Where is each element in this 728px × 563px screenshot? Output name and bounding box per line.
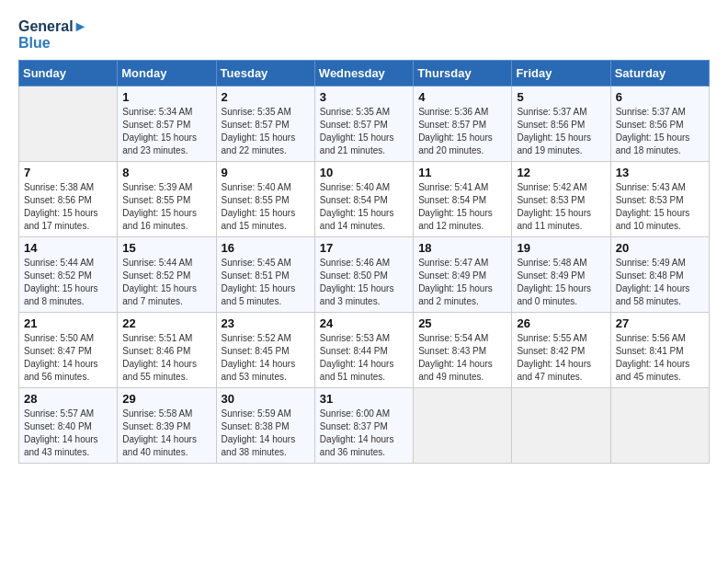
day-number: 9 — [222, 166, 310, 179]
calendar-cell: 20Sunrise: 5:49 AMSunset: 8:48 PMDayligh… — [610, 237, 709, 313]
calendar-cell: 5Sunrise: 5:37 AMSunset: 8:56 PMDaylight… — [512, 86, 610, 162]
day-info: Sunrise: 5:44 AMSunset: 8:52 PMDaylight:… — [122, 257, 210, 308]
day-info: Sunrise: 5:43 AMSunset: 8:53 PMDaylight:… — [616, 181, 704, 233]
day-number: 7 — [24, 166, 112, 179]
day-number: 14 — [24, 241, 112, 255]
calendar-cell: 27Sunrise: 5:56 AMSunset: 8:41 PMDayligh… — [610, 313, 709, 388]
calendar-week-row: 7Sunrise: 5:38 AMSunset: 8:56 PMDaylight… — [19, 162, 710, 237]
day-number: 29 — [122, 392, 210, 406]
day-info: Sunrise: 5:35 AMSunset: 8:57 PMDaylight:… — [222, 106, 310, 157]
weekday-header: Thursday — [414, 61, 512, 86]
day-info: Sunrise: 5:47 AMSunset: 8:49 PMDaylight:… — [418, 257, 506, 308]
day-number: 31 — [320, 392, 408, 406]
calendar-cell: 30Sunrise: 5:59 AMSunset: 8:38 PMDayligh… — [216, 388, 314, 464]
day-number: 10 — [320, 166, 408, 179]
calendar-cell — [610, 388, 709, 464]
day-info: Sunrise: 5:59 AMSunset: 8:38 PMDaylight:… — [222, 408, 310, 459]
day-number: 18 — [418, 241, 506, 255]
logo: General► Blue — [18, 18, 87, 51]
day-info: Sunrise: 5:50 AMSunset: 8:47 PMDaylight:… — [24, 332, 112, 384]
day-number: 28 — [24, 392, 112, 406]
day-number: 19 — [517, 241, 605, 255]
day-number: 20 — [616, 241, 704, 255]
calendar-cell — [414, 388, 512, 464]
calendar-cell: 16Sunrise: 5:45 AMSunset: 8:51 PMDayligh… — [216, 237, 314, 313]
day-info: Sunrise: 5:52 AMSunset: 8:45 PMDaylight:… — [222, 332, 310, 384]
calendar-cell: 11Sunrise: 5:41 AMSunset: 8:54 PMDayligh… — [414, 162, 512, 237]
day-info: Sunrise: 5:48 AMSunset: 8:49 PMDaylight:… — [517, 257, 605, 308]
weekday-header: Friday — [512, 61, 610, 86]
calendar-week-row: 1Sunrise: 5:34 AMSunset: 8:57 PMDaylight… — [19, 86, 710, 162]
calendar-cell: 25Sunrise: 5:54 AMSunset: 8:43 PMDayligh… — [414, 313, 512, 388]
day-info: Sunrise: 5:53 AMSunset: 8:44 PMDaylight:… — [320, 332, 408, 384]
day-number: 25 — [418, 316, 506, 330]
day-number: 24 — [320, 316, 408, 330]
calendar-cell: 17Sunrise: 5:46 AMSunset: 8:50 PMDayligh… — [314, 237, 413, 313]
day-number: 15 — [122, 241, 210, 255]
weekday-header: Saturday — [610, 61, 709, 86]
logo-text-general: General► — [18, 18, 87, 35]
day-info: Sunrise: 5:56 AMSunset: 8:41 PMDaylight:… — [616, 332, 704, 384]
day-info: Sunrise: 5:57 AMSunset: 8:40 PMDaylight:… — [24, 408, 112, 459]
calendar-cell: 8Sunrise: 5:39 AMSunset: 8:55 PMDaylight… — [118, 162, 216, 237]
weekday-header-row: SundayMondayTuesdayWednesdayThursdayFrid… — [19, 61, 710, 86]
weekday-header: Wednesday — [314, 61, 413, 86]
day-number: 23 — [222, 316, 310, 330]
calendar-cell: 14Sunrise: 5:44 AMSunset: 8:52 PMDayligh… — [19, 237, 118, 313]
calendar-cell: 24Sunrise: 5:53 AMSunset: 8:44 PMDayligh… — [314, 313, 413, 388]
calendar-table: SundayMondayTuesdayWednesdayThursdayFrid… — [18, 60, 710, 464]
weekday-header: Tuesday — [216, 61, 314, 86]
day-number: 22 — [122, 316, 210, 330]
logo-container: General► Blue — [18, 18, 87, 51]
calendar-cell: 3Sunrise: 5:35 AMSunset: 8:57 PMDaylight… — [314, 86, 413, 162]
day-number: 13 — [616, 166, 704, 179]
calendar-cell: 1Sunrise: 5:34 AMSunset: 8:57 PMDaylight… — [118, 86, 216, 162]
calendar-cell: 23Sunrise: 5:52 AMSunset: 8:45 PMDayligh… — [216, 313, 314, 388]
day-info: Sunrise: 5:35 AMSunset: 8:57 PMDaylight:… — [320, 106, 408, 157]
calendar-cell: 29Sunrise: 5:58 AMSunset: 8:39 PMDayligh… — [118, 388, 216, 464]
calendar-cell — [19, 86, 118, 162]
day-number: 26 — [517, 316, 605, 330]
calendar-cell: 6Sunrise: 5:37 AMSunset: 8:56 PMDaylight… — [610, 86, 709, 162]
day-info: Sunrise: 5:37 AMSunset: 8:56 PMDaylight:… — [517, 106, 605, 157]
calendar-week-row: 14Sunrise: 5:44 AMSunset: 8:52 PMDayligh… — [19, 237, 710, 313]
day-info: Sunrise: 6:00 AMSunset: 8:37 PMDaylight:… — [320, 408, 408, 459]
calendar-cell — [512, 388, 610, 464]
calendar-cell: 13Sunrise: 5:43 AMSunset: 8:53 PMDayligh… — [610, 162, 709, 237]
day-number: 27 — [616, 316, 704, 330]
day-number: 3 — [320, 90, 408, 104]
day-number: 2 — [222, 90, 310, 104]
day-number: 8 — [122, 166, 210, 179]
day-info: Sunrise: 5:54 AMSunset: 8:43 PMDaylight:… — [418, 332, 506, 384]
day-number: 12 — [517, 166, 605, 179]
day-info: Sunrise: 5:49 AMSunset: 8:48 PMDaylight:… — [616, 257, 704, 308]
day-info: Sunrise: 5:42 AMSunset: 8:53 PMDaylight:… — [517, 181, 605, 233]
calendar-cell: 26Sunrise: 5:55 AMSunset: 8:42 PMDayligh… — [512, 313, 610, 388]
day-info: Sunrise: 5:46 AMSunset: 8:50 PMDaylight:… — [320, 257, 408, 308]
calendar-cell: 19Sunrise: 5:48 AMSunset: 8:49 PMDayligh… — [512, 237, 610, 313]
day-info: Sunrise: 5:34 AMSunset: 8:57 PMDaylight:… — [122, 106, 210, 157]
calendar-cell: 22Sunrise: 5:51 AMSunset: 8:46 PMDayligh… — [118, 313, 216, 388]
day-number: 30 — [222, 392, 310, 406]
day-number: 16 — [222, 241, 310, 255]
weekday-header: Monday — [118, 61, 216, 86]
day-info: Sunrise: 5:40 AMSunset: 8:55 PMDaylight:… — [222, 181, 310, 233]
day-info: Sunrise: 5:39 AMSunset: 8:55 PMDaylight:… — [122, 181, 210, 233]
day-number: 21 — [24, 316, 112, 330]
day-info: Sunrise: 5:37 AMSunset: 8:56 PMDaylight:… — [616, 106, 704, 157]
calendar-cell: 2Sunrise: 5:35 AMSunset: 8:57 PMDaylight… — [216, 86, 314, 162]
weekday-header: Sunday — [19, 61, 118, 86]
day-info: Sunrise: 5:41 AMSunset: 8:54 PMDaylight:… — [418, 181, 506, 233]
calendar-cell: 18Sunrise: 5:47 AMSunset: 8:49 PMDayligh… — [414, 237, 512, 313]
day-number: 17 — [320, 241, 408, 255]
calendar-week-row: 28Sunrise: 5:57 AMSunset: 8:40 PMDayligh… — [19, 388, 710, 464]
day-info: Sunrise: 5:55 AMSunset: 8:42 PMDaylight:… — [517, 332, 605, 384]
logo-text-blue: Blue — [18, 35, 87, 52]
calendar-cell: 28Sunrise: 5:57 AMSunset: 8:40 PMDayligh… — [19, 388, 118, 464]
calendar-cell: 4Sunrise: 5:36 AMSunset: 8:57 PMDaylight… — [414, 86, 512, 162]
day-number: 11 — [418, 166, 506, 179]
calendar-cell: 9Sunrise: 5:40 AMSunset: 8:55 PMDaylight… — [216, 162, 314, 237]
day-info: Sunrise: 5:58 AMSunset: 8:39 PMDaylight:… — [122, 408, 210, 459]
day-info: Sunrise: 5:51 AMSunset: 8:46 PMDaylight:… — [122, 332, 210, 384]
day-number: 1 — [122, 90, 210, 104]
